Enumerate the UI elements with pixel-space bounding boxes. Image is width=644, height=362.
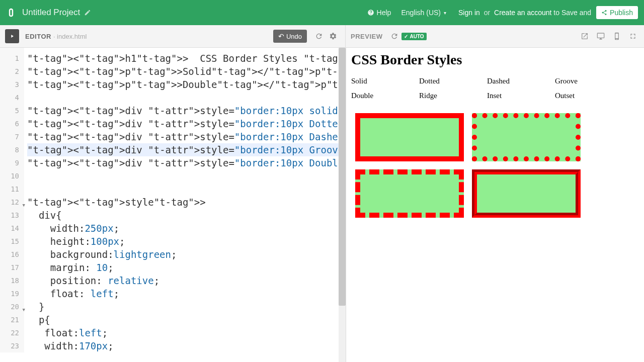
line-number: 4	[0, 91, 24, 104]
thimble-logo-icon	[6, 8, 16, 18]
code-line[interactable]: "t-tag"><"t-tag">h1"t-tag">> CSS Border …	[27, 52, 346, 65]
preview-box-dotted	[472, 113, 581, 161]
code-line[interactable]: width:250px;	[27, 222, 346, 235]
detach-icon[interactable]	[579, 30, 591, 42]
line-number: 12▼	[0, 196, 24, 209]
preview-label: PREVIEW	[351, 33, 382, 40]
redo-icon[interactable]	[312, 29, 326, 43]
code-line[interactable]: "t-tag"><"t-tag">div "t-attr">style="bor…	[27, 104, 346, 117]
editor-label: EDITOR	[25, 33, 51, 40]
line-number: 15	[0, 235, 24, 248]
code-line[interactable]: width:170px;	[27, 339, 346, 352]
help-link[interactable]: Help	[367, 9, 391, 17]
line-number: 21	[0, 313, 24, 326]
code-line[interactable]	[27, 91, 346, 104]
or-text: or	[484, 9, 490, 17]
save-suffix: to Save and	[553, 9, 591, 17]
code-line[interactable]: background:lightgreen;	[27, 248, 346, 261]
auth-text: Sign in or Create an account to Save and	[458, 9, 591, 17]
code-line[interactable]: div{	[27, 209, 346, 222]
editor-pane[interactable]: 123456789101112▼1314151617181920▼212223 …	[0, 48, 346, 362]
line-number: 7	[0, 130, 24, 143]
line-number: 13	[0, 209, 24, 222]
code-line[interactable]	[27, 183, 346, 196]
mobile-icon[interactable]	[611, 30, 623, 42]
code-line[interactable]: "t-tag"><"t-tag">p"t-tag">>Double"t-tag"…	[27, 78, 346, 91]
preview-label: Double	[351, 92, 419, 100]
preview-label: Dotted	[419, 77, 487, 85]
line-number: 8	[0, 143, 24, 156]
line-number: 18	[0, 274, 24, 287]
line-number: 19	[0, 287, 24, 300]
main-area: 123456789101112▼1314151617181920▼212223 …	[0, 48, 644, 362]
preview-box-solid	[355, 113, 464, 161]
line-number: 23	[0, 339, 24, 352]
code-area[interactable]: "t-tag"><"t-tag">h1"t-tag">> CSS Border …	[27, 48, 346, 352]
preview-label: Groove	[555, 77, 623, 85]
preview-label: Dashed	[487, 77, 555, 85]
preview-label: Outset	[555, 92, 623, 100]
preview-box-groove	[472, 169, 581, 218]
code-line[interactable]: float:left;	[27, 326, 346, 339]
line-number: 16	[0, 248, 24, 261]
line-gutter: 123456789101112▼1314151617181920▼212223	[0, 48, 24, 352]
line-number: 11	[0, 183, 24, 196]
preview-refresh-icon[interactable]	[387, 29, 401, 43]
device-icons	[579, 30, 639, 42]
code-line[interactable]: p{	[27, 313, 346, 326]
desktop-icon[interactable]	[595, 30, 607, 42]
line-number: 10	[0, 169, 24, 183]
files-panel-button[interactable]	[5, 29, 19, 43]
preview-boxes	[351, 106, 639, 109]
line-number: 14	[0, 222, 24, 235]
publish-button[interactable]: Publish	[596, 6, 638, 19]
preview-heading: CSS Border Styles	[351, 52, 639, 68]
top-bar: Untitled Project Help English (US) Sign …	[0, 0, 644, 25]
line-number: 3	[0, 78, 24, 91]
toolbar-preview-section: PREVIEW AUTO	[346, 25, 644, 47]
code-line[interactable]: "t-tag"><"t-tag">div "t-attr">style="bor…	[27, 156, 346, 169]
preview-label: Solid	[351, 77, 419, 85]
line-number: 1	[0, 52, 24, 65]
line-number: 17	[0, 261, 24, 274]
line-number: 22	[0, 326, 24, 339]
code-line[interactable]: position: relative;	[27, 274, 346, 287]
help-label: Help	[377, 9, 391, 17]
code-line[interactable]: "t-tag"><"t-tag">style"t-tag">>	[27, 196, 346, 209]
undo-button[interactable]: Undo	[273, 30, 307, 43]
line-number: 20▼	[0, 300, 24, 313]
line-number: 9	[0, 156, 24, 169]
preview-label: Inset	[487, 92, 555, 100]
auto-refresh-toggle[interactable]: AUTO	[401, 33, 426, 40]
code-line[interactable]: float: left;	[27, 287, 346, 300]
code-line[interactable]: "t-tag"><"t-tag">div "t-attr">style="bor…	[27, 143, 346, 156]
line-number: 5	[0, 104, 24, 117]
code-line[interactable]: "t-tag"><"t-tag">p"t-tag">>Solid"t-tag">…	[27, 65, 346, 78]
sign-in-link[interactable]: Sign in	[458, 9, 480, 17]
code-line[interactable]: }	[27, 300, 346, 313]
file-name-label: · index.html	[53, 33, 87, 40]
line-number: 2	[0, 65, 24, 78]
line-number: 6	[0, 117, 24, 130]
publish-label: Publish	[610, 9, 633, 17]
language-select[interactable]: English (US)	[401, 9, 446, 17]
preview-label: Ridge	[419, 92, 487, 100]
create-account-link[interactable]: Create an account	[494, 9, 551, 17]
toolbar: EDITOR · index.html Undo PREVIEW AUTO	[0, 25, 644, 48]
code-line[interactable]: height:100px;	[27, 235, 346, 248]
code-line[interactable]: "t-tag"><"t-tag">div "t-attr">style="bor…	[27, 130, 346, 143]
preview-pane: CSS Border Styles SolidDottedDashedGroov…	[346, 48, 644, 362]
toolbar-editor-section: EDITOR · index.html Undo	[0, 25, 346, 47]
preview-box-dashed	[355, 169, 464, 218]
project-title[interactable]: Untitled Project	[22, 8, 80, 18]
editor-scrollbar[interactable]	[339, 48, 346, 362]
code-line[interactable]: margin: 10;	[27, 261, 346, 274]
fullscreen-icon[interactable]	[627, 30, 639, 42]
settings-icon[interactable]	[326, 29, 340, 43]
pencil-icon[interactable]	[84, 9, 91, 16]
code-line[interactable]	[27, 169, 346, 183]
code-line[interactable]: "t-tag"><"t-tag">div "t-attr">style="bor…	[27, 117, 346, 130]
